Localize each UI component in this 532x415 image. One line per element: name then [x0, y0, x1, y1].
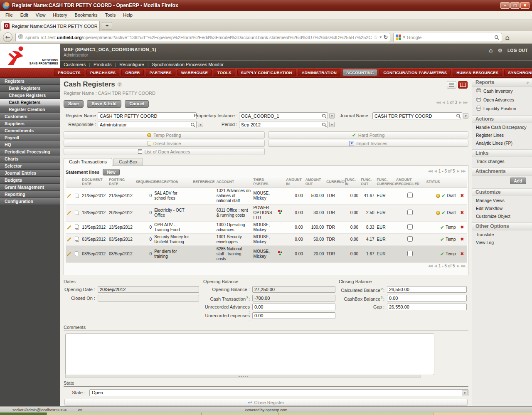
pager-next-icon[interactable]: ▶	[459, 101, 461, 104]
responsible-input[interactable]	[98, 121, 197, 128]
journal-name-input[interactable]	[372, 112, 462, 119]
pager-next-icon[interactable]: ▶	[457, 264, 459, 268]
statement-row-2[interactable]: 18/Sep/201220/Sep/20120Electricity - OCT…	[66, 204, 467, 221]
sidebar-item-budgets[interactable]: Budgets	[0, 177, 60, 184]
list-view-icon[interactable]	[447, 81, 456, 89]
duplicate-line-icon[interactable]	[75, 193, 78, 197]
sidebar-link-manage-views[interactable]: Manage Views	[472, 196, 532, 204]
nav-tools[interactable]: TOOLS	[214, 69, 235, 76]
sidebar-link-register-lines[interactable]: Register Lines	[472, 131, 532, 139]
search-lookup-icon[interactable]	[190, 122, 196, 127]
edit-line-icon[interactable]	[67, 193, 71, 198]
nav-configuration-parameters[interactable]: CONFIGURATION PARAMETERS	[379, 69, 451, 76]
sidebar-item-reporting[interactable]: Reporting	[0, 191, 60, 198]
nav-accounting[interactable]: ACCOUNTING	[342, 69, 377, 76]
nav-purchases[interactable]: PURCHASES	[86, 69, 119, 76]
pager-first-icon[interactable]: ◀◀	[436, 101, 440, 104]
cancel-button[interactable]: Cancel	[125, 100, 149, 108]
pager-first-icon[interactable]: ◀◀	[428, 264, 432, 268]
back-button[interactable]: ←	[3, 32, 12, 42]
temp-post-coin-icon[interactable]	[436, 211, 440, 215]
sidebar-item-register-creation[interactable]: Register Creation	[0, 106, 60, 113]
hard-post-check-icon[interactable]: ✔	[440, 252, 444, 257]
duplicate-line-icon[interactable]	[75, 210, 78, 214]
edit-line-cell[interactable]	[66, 204, 72, 221]
state-select[interactable]: Open ▼	[89, 389, 468, 396]
home-icon[interactable]: ⌂	[489, 47, 493, 54]
reload-icon[interactable]: ↻	[384, 34, 388, 40]
search-lookup-icon[interactable]	[322, 122, 327, 127]
sidebar-item-customers[interactable]: Customers	[0, 113, 60, 120]
edit-line-icon[interactable]	[67, 225, 71, 230]
sidebar-item-periodical-processing[interactable]: Periodical Processing	[0, 148, 60, 156]
edit-line-cell[interactable]	[66, 221, 72, 233]
hard-posting-button[interactable]: ✔Hard Posting	[268, 131, 468, 138]
menu-bookmarks[interactable]: Bookmarks	[71, 11, 101, 19]
sidebar-item-suppliers[interactable]: Suppliers	[0, 120, 60, 127]
pager-last-icon[interactable]: ▶▶	[461, 264, 466, 268]
sidebar-item-cheque-registers[interactable]: Cheque Registers	[0, 92, 60, 99]
reconciled-checkbox[interactable]	[407, 236, 413, 242]
sidebar-link-handle-cash-discrepancy[interactable]: Handle Cash Discrepancy	[472, 123, 532, 131]
shortcut-products[interactable]: Products	[94, 62, 111, 67]
search-lookup-icon[interactable]	[322, 113, 327, 119]
delete-line-cell[interactable]: ✖	[457, 221, 467, 233]
comments-textarea[interactable]	[65, 333, 434, 375]
sidebar-item-bank-registers[interactable]: Bank Registers	[0, 85, 60, 92]
proprietary-instance-dropdown-icon[interactable]: ▼	[329, 113, 335, 119]
nav-products[interactable]: PRODUCTS	[54, 69, 84, 76]
delete-line-icon[interactable]: ✖	[460, 237, 464, 242]
period-input[interactable]	[239, 121, 328, 128]
pager-next-icon[interactable]: ▶	[457, 169, 459, 173]
save-edit-button[interactable]: Save & Edit	[87, 100, 121, 108]
unrecorded-advances-input[interactable]	[252, 304, 335, 310]
delete-line-cell[interactable]: ✖	[457, 245, 467, 262]
add-attachment-button[interactable]: Add	[510, 178, 526, 184]
reconciled-checkbox[interactable]	[407, 224, 413, 230]
hard-post-check-icon[interactable]: ✔	[440, 225, 444, 230]
sidebar-link-liquidity-position[interactable]: Liquidity Position	[472, 104, 532, 113]
search-engine-dropdown-icon[interactable]: ▼	[403, 36, 405, 39]
statement-row-4[interactable]: 03/Sep/201203/Sep/20120Security Money fo…	[66, 233, 467, 245]
pager-first-icon[interactable]: ◀◀	[428, 169, 432, 173]
duplicate-line-cell[interactable]	[72, 204, 81, 221]
temp-posting-button[interactable]: Temp Posting	[64, 131, 265, 138]
sidebar-link-customize-object[interactable]: Customize Object	[472, 212, 532, 220]
shortcut-customers[interactable]: Customers	[64, 62, 86, 67]
search-bar[interactable]: ▼	[393, 33, 502, 42]
sidebar-item-hq[interactable]: HQ	[0, 141, 60, 148]
menu-file[interactable]: File	[2, 11, 17, 19]
duplicate-line-icon[interactable]	[75, 251, 78, 255]
reconciled-checkbox[interactable]	[407, 251, 413, 256]
sidebar-item-grant-management[interactable]: Grant Management	[0, 184, 60, 191]
browser-tab[interactable]: O Register Name:CASH TDR PETTY COORD - .…	[1, 21, 100, 31]
hard-post-check-icon[interactable]: ✔	[440, 237, 444, 242]
url-bar[interactable]: sprint5-rc1.test.unifield.org/openerp/me…	[15, 33, 390, 42]
sidebar-link-open-advances[interactable]: Open Advances	[472, 95, 532, 104]
sidebar-item-journal-entries[interactable]: Journal Entries	[0, 170, 60, 177]
search-input[interactable]	[407, 35, 493, 40]
statement-row-3[interactable]: 13/Sep/201213/Sep/20120OPR ADV - Trainin…	[66, 221, 467, 233]
nav-supply-configuration[interactable]: SUPPLY CONFIGURATION	[237, 69, 296, 76]
edit-line-icon[interactable]	[67, 210, 71, 215]
sidebar-link-cash-inventory[interactable]: Cash Inventory	[472, 86, 532, 95]
period-dropdown-icon[interactable]: ▼	[329, 122, 335, 127]
nav-synchronization[interactable]: SYNCHRONIZATION	[504, 69, 532, 76]
bookmark-star-icon[interactable]: ☆	[373, 35, 378, 40]
reconciled-checkbox[interactable]	[407, 210, 413, 215]
statement-row-5[interactable]: 03/Sep/201203/Sep/20120Per diem for trai…	[66, 245, 467, 262]
duplicate-line-cell[interactable]	[72, 187, 81, 204]
duplicate-line-cell[interactable]	[72, 245, 81, 262]
tab-cash-transactions[interactable]: Cash Transactions	[64, 158, 112, 166]
duplicate-line-cell[interactable]	[72, 233, 81, 245]
sidebar-item-charts[interactable]: Charts	[0, 156, 60, 163]
pager-last-icon[interactable]: ▶▶	[461, 169, 466, 173]
sidebar-item-selector[interactable]: Selector	[0, 163, 60, 170]
journal-name-dropdown-icon[interactable]: ▼	[463, 113, 468, 119]
sidebar-item-registers[interactable]: Registers	[0, 78, 60, 85]
search-lookup-icon[interactable]	[456, 113, 461, 119]
proprietary-instance-input[interactable]	[239, 112, 328, 119]
delete-line-cell[interactable]: ✖	[457, 233, 467, 245]
pager-prev-icon[interactable]: ◀	[442, 101, 444, 104]
delete-line-icon[interactable]: ✖	[460, 225, 464, 230]
